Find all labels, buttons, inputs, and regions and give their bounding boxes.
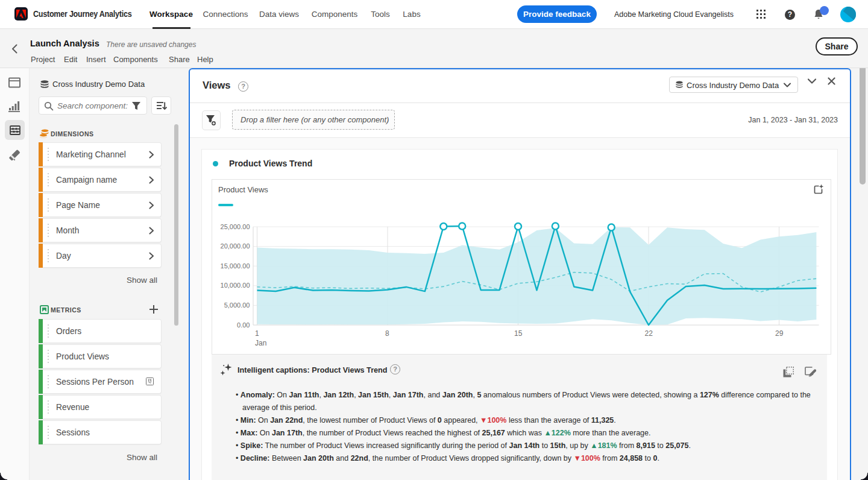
svg-text:1: 1 — [255, 329, 259, 338]
svg-text:0.00: 0.00 — [237, 321, 250, 329]
svg-text:10,000.00: 10,000.00 — [221, 282, 250, 289]
svg-text:15: 15 — [514, 329, 523, 338]
svg-text:Jan: Jan — [255, 339, 266, 347]
svg-text:22: 22 — [645, 329, 653, 338]
svg-text:20,000.00: 20,000.00 — [221, 242, 250, 250]
svg-text:25,000.00: 25,000.00 — [221, 223, 250, 230]
svg-text:29: 29 — [775, 329, 784, 338]
svg-text:8: 8 — [385, 329, 389, 338]
svg-text:5,000.00: 5,000.00 — [224, 302, 250, 309]
svg-text:15,000.00: 15,000.00 — [221, 262, 250, 270]
